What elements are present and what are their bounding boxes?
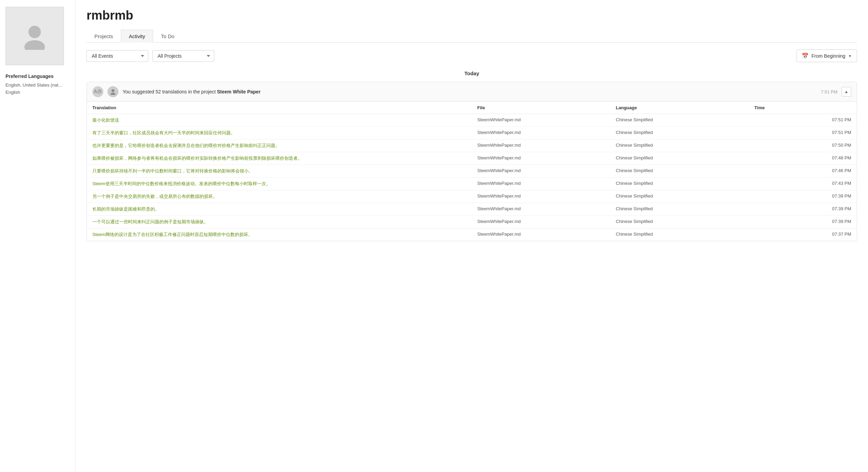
sidebar: Preferred Languages English, United Stat…	[0, 0, 76, 472]
svg-point-2	[112, 89, 114, 92]
file-cell: SteemWhitePaper.md	[472, 216, 610, 228]
language-cell: Chinese Simplified	[610, 228, 749, 241]
language-cell: Chinese Simplified	[610, 152, 749, 165]
table-row: 一个可以通过一些时间来纠正问题的例子是短期市场操纵。SteemWhitePape…	[87, 216, 857, 228]
activity-text-prefix: You suggested 52 translations in the pro…	[123, 89, 217, 94]
projects-filter[interactable]: All Projects	[152, 50, 214, 62]
date-filter-chevron: ▼	[848, 54, 852, 58]
translation-link[interactable]: 另一个例子是中央交易所的失败，或交易所公布的数据的损坏。	[92, 194, 217, 199]
time-cell: 07:50 PM	[749, 139, 857, 152]
translation-link[interactable]: 只要喂价损坏持续不到一半的中位数时间窗口，它将对转换价格的影响将会很小。	[92, 168, 253, 173]
activity-project-name: Steem White Paper	[217, 89, 261, 94]
time-cell: 07:39 PM	[749, 216, 857, 228]
table-row: 也许更重要的是，它给喂价创造者机会去探测并且在他们的喂价对价格产生影响前纠正正问…	[87, 139, 857, 152]
file-cell: SteemWhitePaper.md	[472, 190, 610, 203]
translate-icon: A亦	[94, 89, 102, 95]
col-header-time: Time	[749, 102, 857, 114]
time-cell: 07:46 PM	[749, 165, 857, 178]
translation-link[interactable]: 一个可以通过一些时间来纠正问题的例子是短期市场操纵。	[92, 219, 208, 224]
file-cell: SteemWhitePaper.md	[472, 114, 610, 127]
time-cell: 07:39 PM	[749, 203, 857, 216]
time-cell: 07:37 PM	[749, 228, 857, 241]
projects-filter-wrapper: All Projects	[152, 50, 214, 62]
activity-icon: A亦	[92, 86, 103, 97]
tabs-container: Projects Activity To Do	[87, 30, 857, 43]
table-row: 如果喂价被损坏，网络参与者将有机会在损坏的喂价对实际转换价格产生影响前投票剥除损…	[87, 152, 857, 165]
tab-activity[interactable]: Activity	[121, 30, 153, 43]
svg-point-1	[24, 40, 45, 50]
activity-description: You suggested 52 translations in the pro…	[123, 89, 817, 94]
file-cell: SteemWhitePaper.md	[472, 127, 610, 139]
col-header-translation: Translation	[87, 102, 472, 114]
language-item-1: English	[5, 90, 70, 95]
events-filter-wrapper: All Events	[87, 50, 148, 62]
svg-point-0	[28, 26, 41, 38]
time-cell: 07:51 PM	[749, 114, 857, 127]
col-header-file: File	[472, 102, 610, 114]
table-row: 最小化欺馈送SteemWhitePaper.mdChinese Simplifi…	[87, 114, 857, 127]
file-cell: SteemWhitePaper.md	[472, 228, 610, 241]
language-cell: Chinese Simplified	[610, 203, 749, 216]
translation-link[interactable]: 长期的市场操纵是困难和昂贵的。	[92, 206, 159, 212]
translation-link[interactable]: Steem网络的设计是为了在社区积极工作修正问题时容忍短期喂价中位数的损坏。	[92, 232, 253, 237]
file-cell: SteemWhitePaper.md	[472, 178, 610, 190]
table-row: 另一个例子是中央交易所的失败，或交易所公布的数据的损坏。SteemWhitePa…	[87, 190, 857, 203]
user-icon	[107, 86, 118, 97]
language-cell: Chinese Simplified	[610, 139, 749, 152]
tab-todo[interactable]: To Do	[153, 30, 182, 43]
translation-link[interactable]: Steem使用三天半时间的中位数价格来抵消价格波动。发表的喂价中位数每小时取样一…	[92, 181, 271, 186]
table-row: 长期的市场操纵是困难和昂贵的。SteemWhitePaper.mdChinese…	[87, 203, 857, 216]
translation-link[interactable]: 最小化欺馈送	[92, 117, 119, 123]
calendar-icon: 📅	[802, 53, 809, 59]
file-cell: SteemWhitePaper.md	[472, 139, 610, 152]
tab-projects[interactable]: Projects	[87, 30, 121, 43]
date-filter[interactable]: 📅 From Beginning ▼	[797, 49, 857, 62]
table-row: Steem使用三天半时间的中位数价格来抵消价格波动。发表的喂价中位数每小时取样一…	[87, 178, 857, 190]
language-cell: Chinese Simplified	[610, 165, 749, 178]
user-avatar-icon	[21, 22, 48, 50]
translation-link[interactable]: 有了三天半的窗口，社区成员就会有大约一天半的时间来回应任何问题。	[92, 130, 235, 135]
user-svg-icon	[110, 89, 116, 95]
time-cell: 07:39 PM	[749, 190, 857, 203]
page-title: rmbrmb	[87, 8, 857, 23]
time-cell: 07:43 PM	[749, 178, 857, 190]
table-row: 只要喂价损坏持续不到一半的中位数时间窗口，它将对转换价格的影响将会很小。Stee…	[87, 165, 857, 178]
section-date: Today	[87, 70, 857, 76]
collapse-button[interactable]: ▲	[842, 87, 851, 97]
table-row: 有了三天半的窗口，社区成员就会有大约一天半的时间来回应任何问题。SteemWhi…	[87, 127, 857, 139]
file-cell: SteemWhitePaper.md	[472, 152, 610, 165]
language-cell: Chinese Simplified	[610, 216, 749, 228]
time-cell: 07:51 PM	[749, 127, 857, 139]
file-cell: SteemWhitePaper.md	[472, 203, 610, 216]
activity-header-time: 7:51 PM	[821, 89, 837, 94]
page-layout: Preferred Languages English, United Stat…	[0, 0, 868, 472]
translations-table: Translation File Language Time 最小化欺馈送Ste…	[87, 102, 857, 241]
translation-link[interactable]: 如果喂价被损坏，网络参与者将有机会在损坏的喂价对实际转换价格产生影响前投票剥除损…	[92, 156, 302, 161]
svg-point-3	[111, 93, 115, 95]
main-content: rmbrmb Projects Activity To Do All Event…	[76, 0, 868, 472]
file-cell: SteemWhitePaper.md	[472, 165, 610, 178]
avatar	[5, 7, 64, 65]
activity-block: A亦 You suggested 52 translations in the …	[87, 82, 857, 241]
language-cell: Chinese Simplified	[610, 114, 749, 127]
language-cell: Chinese Simplified	[610, 178, 749, 190]
time-cell: 07:48 PM	[749, 152, 857, 165]
events-filter[interactable]: All Events	[87, 50, 148, 62]
table-row: Steem网络的设计是为了在社区积极工作修正问题时容忍短期喂价中位数的损坏。St…	[87, 228, 857, 241]
filters-row: All Events All Projects 📅 From Beginning…	[87, 49, 857, 62]
col-header-language: Language	[610, 102, 749, 114]
date-filter-label: From Beginning	[811, 53, 845, 59]
language-cell: Chinese Simplified	[610, 127, 749, 139]
preferred-languages-title: Preferred Languages	[5, 74, 70, 79]
translation-link[interactable]: 也许更重要的是，它给喂价创造者机会去探测并且在他们的喂价对价格产生影响前纠正正问…	[92, 143, 280, 148]
activity-header: A亦 You suggested 52 translations in the …	[87, 82, 857, 102]
language-item-0: English, United States (nat...	[5, 82, 70, 88]
language-cell: Chinese Simplified	[610, 190, 749, 203]
